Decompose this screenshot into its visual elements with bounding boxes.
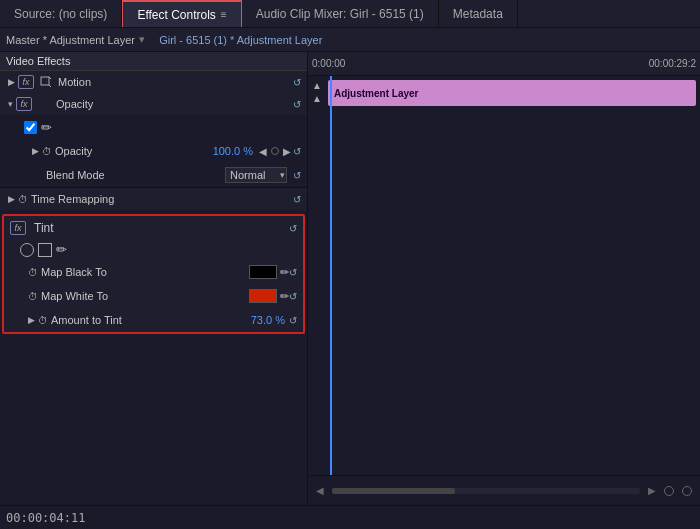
map-black-swatch[interactable] xyxy=(249,265,277,279)
opacity-value-reset[interactable]: ↺ xyxy=(293,146,301,157)
time-remapping-group[interactable]: ▶ ⏱ Time Remapping ↺ xyxy=(0,188,307,210)
main-content: Video Effects ▶ fx Motion ↺ ▾ fx Opacity… xyxy=(0,52,700,505)
adjustment-layer-clip[interactable]: Adjustment Layer xyxy=(328,80,696,106)
opacity-value[interactable]: 100.0 % xyxy=(213,145,253,157)
map-black-pen[interactable]: ✏ xyxy=(280,266,289,279)
timeline-scrollbar[interactable] xyxy=(332,488,640,494)
map-white-label: Map White To xyxy=(41,290,249,302)
opacity-header[interactable]: ▾ fx Opacity ↺ xyxy=(0,93,307,115)
tab-source[interactable]: Source: (no clips) xyxy=(0,0,122,27)
breadcrumb-dropdown-arrow[interactable]: ▾ xyxy=(139,33,145,46)
opacity-value-row[interactable]: ▶ ⏱ Opacity 100.0 % ◀ ▶ ↺ xyxy=(0,139,307,163)
timeline-scroll-left[interactable]: ◀ xyxy=(316,485,324,496)
tint-section: fx Tint ↺ ✏ ⏱ Map Black To ✏ ↺ ⏱ Map W xyxy=(2,214,305,334)
svg-rect-0 xyxy=(41,77,49,85)
map-white-swatch[interactable] xyxy=(249,289,277,303)
time-remap-stopwatch: ⏱ xyxy=(18,194,28,205)
blend-mode-select-wrapper[interactable]: Normal Dissolve Multiply Screen xyxy=(225,167,287,183)
timeline-controls: ◀ ▶ xyxy=(308,475,700,505)
timeline-circle-right[interactable] xyxy=(682,486,692,496)
map-black-stopwatch[interactable]: ⏱ xyxy=(28,267,38,278)
tab-metadata[interactable]: Metadata xyxy=(439,0,518,27)
video-effects-section[interactable]: Video Effects xyxy=(0,52,307,71)
tab-effect-controls[interactable]: Effect Controls ≡ xyxy=(122,0,241,27)
time-remap-label: Time Remapping xyxy=(31,193,293,205)
tint-eyedropper-icon[interactable]: ✏ xyxy=(56,242,67,257)
opacity-chevron: ▾ xyxy=(8,99,13,109)
motion-chevron: ▶ xyxy=(8,77,15,87)
motion-label: Motion xyxy=(58,76,293,88)
timecode-display: 00:00:04:11 xyxy=(6,511,85,525)
motion-transform-icon xyxy=(38,75,54,89)
opacity-icon xyxy=(36,97,52,111)
breadcrumb-clip[interactable]: Girl - 6515 (1) * Adjustment Layer xyxy=(159,34,322,46)
timeline-scroll-down[interactable]: ▲ xyxy=(312,93,322,104)
time-remap-chevron: ▶ xyxy=(8,194,15,204)
timeline-header: 0:00:00 00:00:29:2 xyxy=(308,52,700,76)
opacity-pen-icon[interactable]: ✏ xyxy=(41,120,52,135)
opacity-enable-checkbox[interactable] xyxy=(24,121,37,134)
opacity-keyframe-dot[interactable] xyxy=(271,147,279,155)
map-white-row: ⏱ Map White To ✏ ↺ xyxy=(4,284,303,308)
tab-bar: Source: (no clips) Effect Controls ≡ Aud… xyxy=(0,0,700,28)
timeline-scroll-right[interactable]: ▶ xyxy=(648,485,656,496)
opacity-nav-next[interactable]: ▶ xyxy=(283,146,291,157)
bottom-bar: 00:00:04:11 xyxy=(0,505,700,529)
left-panel: Video Effects ▶ fx Motion ↺ ▾ fx Opacity… xyxy=(0,52,308,505)
timeline-body: ▲ ▲ Adjustment Layer xyxy=(308,76,700,475)
timeline-time-start: 0:00:00 xyxy=(312,58,345,69)
amount-reset[interactable]: ↺ xyxy=(289,315,297,326)
opacity-value-label: Opacity xyxy=(55,145,213,157)
map-black-row: ⏱ Map Black To ✏ ↺ xyxy=(4,260,303,284)
map-white-stopwatch[interactable]: ⏱ xyxy=(28,291,38,302)
motion-reset[interactable]: ↺ xyxy=(293,77,301,88)
amount-label: Amount to Tint xyxy=(51,314,251,326)
map-white-reset[interactable]: ↺ xyxy=(289,291,297,302)
amount-chevron: ▶ xyxy=(28,315,35,325)
tint-circle-btn[interactable] xyxy=(20,243,34,257)
map-white-pen[interactable]: ✏ xyxy=(280,290,289,303)
timeline-playhead[interactable] xyxy=(330,76,332,475)
tint-tools-row: ✏ xyxy=(4,240,303,260)
tint-fx-badge: fx xyxy=(10,221,26,235)
time-remap-reset[interactable]: ↺ xyxy=(293,194,301,205)
blend-mode-row: Blend Mode Normal Dissolve Multiply Scre… xyxy=(0,163,307,187)
opacity-tools-row: ✏ xyxy=(0,115,307,139)
amount-tint-row[interactable]: ▶ ⏱ Amount to Tint 73.0 % ↺ xyxy=(4,308,303,332)
breadcrumb-separator xyxy=(149,34,155,46)
timeline-scroll-up[interactable]: ▲ xyxy=(312,80,322,91)
breadcrumb: Master * Adjustment Layer ▾ Girl - 6515 … xyxy=(0,28,700,52)
amount-stopwatch[interactable]: ⏱ xyxy=(38,315,48,326)
opacity-stopwatch[interactable]: ⏱ xyxy=(42,146,52,157)
tab-audio-mixer[interactable]: Audio Clip Mixer: Girl - 6515 (1) xyxy=(242,0,439,27)
opacity-group: ▾ fx Opacity ↺ ✏ ▶ ⏱ Opacity 100.0 % ◀ ▶… xyxy=(0,93,307,188)
timeline-circle-left[interactable] xyxy=(664,486,674,496)
map-black-label: Map Black To xyxy=(41,266,249,278)
opacity-label: Opacity xyxy=(56,98,293,110)
opacity-reset[interactable]: ↺ xyxy=(293,99,301,110)
tint-reset[interactable]: ↺ xyxy=(289,223,297,234)
opacity-nav-prev[interactable]: ◀ xyxy=(259,146,267,157)
right-panel: 0:00:00 00:00:29:2 ▲ ▲ Adjustment Layer … xyxy=(308,52,700,505)
motion-fx-badge: fx xyxy=(18,75,34,89)
tint-label: Tint xyxy=(34,221,289,235)
amount-value[interactable]: 73.0 % xyxy=(251,314,285,326)
blend-mode-select[interactable]: Normal Dissolve Multiply Screen xyxy=(225,167,287,183)
blend-mode-label: Blend Mode xyxy=(32,169,219,181)
opacity-fx-badge: fx xyxy=(16,97,32,111)
opacity-expand-chevron: ▶ xyxy=(32,146,39,156)
svg-line-2 xyxy=(49,85,51,87)
map-black-reset[interactable]: ↺ xyxy=(289,267,297,278)
tint-square-btn[interactable] xyxy=(38,243,52,257)
timeline-time-end: 00:00:29:2 xyxy=(649,58,696,69)
menu-icon: ≡ xyxy=(221,9,227,20)
breadcrumb-master[interactable]: Master * Adjustment Layer xyxy=(6,34,135,46)
motion-group[interactable]: ▶ fx Motion ↺ xyxy=(0,71,307,93)
tint-header[interactable]: fx Tint ↺ xyxy=(4,216,303,240)
blend-reset[interactable]: ↺ xyxy=(293,170,301,181)
